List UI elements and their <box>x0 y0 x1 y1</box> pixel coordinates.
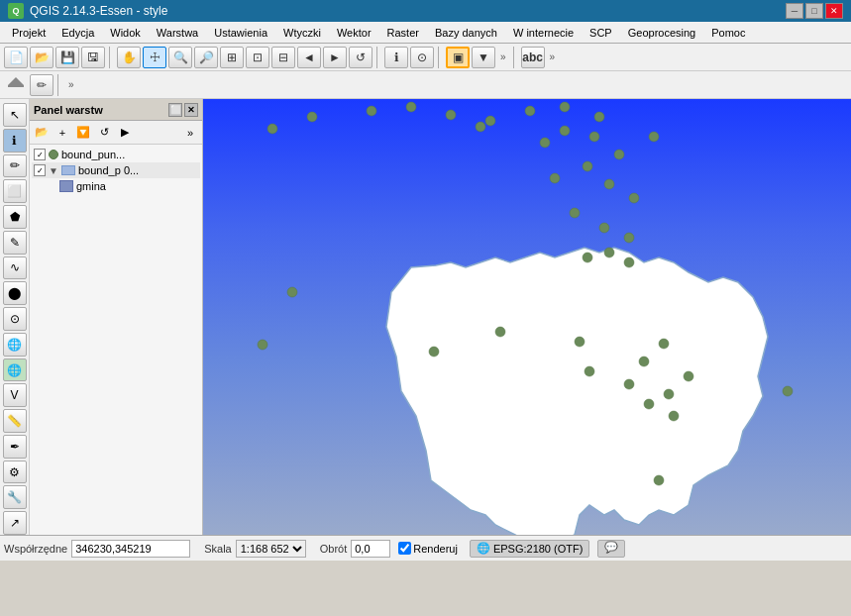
menu-warstwa[interactable]: Warstwa <box>149 25 206 41</box>
menu-scp[interactable]: SCP <box>582 25 620 41</box>
lt-line[interactable]: ✎ <box>3 231 27 255</box>
tb-refresh[interactable]: ↺ <box>349 47 372 68</box>
skala-select[interactable]: 1:168 652 <box>236 540 306 558</box>
render-checkbox[interactable] <box>398 542 411 555</box>
pt-refresh[interactable]: ↺ <box>94 124 114 142</box>
tb-zoom-layer[interactable]: ⊟ <box>271 47 295 68</box>
tb-zoom-full[interactable]: ⊞ <box>220 47 244 68</box>
lt-edit[interactable]: ✏ <box>3 154 27 178</box>
maximize-button[interactable]: □ <box>805 3 823 19</box>
menu-geo[interactable]: Geoprocesing <box>620 25 704 41</box>
menu-internet[interactable]: W internecie <box>505 25 582 41</box>
svg-point-29 <box>258 340 267 350</box>
svg-point-22 <box>583 253 592 262</box>
layer-checkbox-bound-p0[interactable]: ✓ <box>34 164 46 176</box>
tb-more1[interactable]: » <box>497 51 509 62</box>
tb-zoom-in[interactable]: 🔍 <box>168 47 192 68</box>
menu-raster[interactable]: Raster <box>379 25 427 41</box>
obrot-input[interactable] <box>351 540 390 558</box>
sep4 <box>513 47 517 68</box>
lt-settings[interactable]: ⚙ <box>3 461 27 484</box>
lt-info[interactable]: ℹ <box>3 129 27 153</box>
svg-point-10 <box>594 112 604 122</box>
close-button[interactable]: ✕ <box>825 3 843 19</box>
lt-globe1[interactable]: 🌐 <box>3 333 27 357</box>
tb-zoom-fwd[interactable]: ► <box>323 47 347 68</box>
lt-arrow[interactable]: ↗ <box>3 511 27 535</box>
panel-title: Panel warstw <box>34 104 103 116</box>
tb-new[interactable]: 📄 <box>4 47 28 68</box>
svg-point-9 <box>560 102 570 112</box>
svg-point-14 <box>614 150 624 159</box>
tb-pan2[interactable]: ☩ <box>143 47 166 68</box>
svg-marker-1 <box>8 77 24 85</box>
tb-more3[interactable]: » <box>65 79 77 90</box>
layer-item-bound-pun[interactable]: ✓ bound_pun... <box>32 147 200 162</box>
tb-pencil[interactable]: ✏ <box>30 74 53 96</box>
tb-info[interactable]: ℹ <box>384 47 408 68</box>
svg-point-6 <box>446 110 456 120</box>
svg-point-40 <box>654 475 664 485</box>
svg-point-4 <box>367 106 376 116</box>
lt-curve[interactable]: ∿ <box>3 257 27 280</box>
pt-options[interactable]: ▶ <box>115 124 135 142</box>
lt-debug[interactable]: 🔧 <box>3 485 27 509</box>
svg-point-23 <box>649 132 659 142</box>
lt-globe2[interactable]: 🌐 <box>3 359 27 382</box>
pt-more[interactable]: » <box>180 124 200 142</box>
lt-select[interactable]: ↖ <box>3 103 27 127</box>
epsg-btn[interactable]: 🌐 EPSG:2180 (OTF) <box>470 540 589 558</box>
lt-point[interactable]: ⬤ <box>3 281 27 305</box>
svg-point-3 <box>307 112 317 122</box>
menu-bazy[interactable]: Bazy danych <box>427 25 505 41</box>
tb-select-rect[interactable]: ▣ <box>446 47 470 68</box>
svg-point-35 <box>624 379 634 389</box>
pt-filter[interactable]: 🔽 <box>73 124 93 142</box>
tb-save-as[interactable]: 🖫 <box>81 47 105 68</box>
tb-label[interactable]: abc <box>521 47 545 68</box>
tb-select-drop[interactable]: ▼ <box>472 47 495 68</box>
coord-input[interactable] <box>71 540 190 558</box>
tb-open[interactable]: 📂 <box>30 47 53 68</box>
map-canvas[interactable] <box>203 99 851 535</box>
toolbar-digitize: ✏ » <box>0 71 851 99</box>
render-group: Renderuj <box>398 542 458 555</box>
tb-digitize-icon <box>4 74 28 96</box>
minimize-button[interactable]: ─ <box>786 3 803 19</box>
layer-checkbox-bound-pun[interactable]: ✓ <box>34 149 46 160</box>
tb-identify[interactable]: ⊙ <box>410 47 434 68</box>
menu-widok[interactable]: Widok <box>102 25 149 41</box>
menu-wektor[interactable]: Wektor <box>329 25 379 41</box>
lt-circle[interactable]: ⊙ <box>3 307 27 331</box>
menu-projekt[interactable]: Projekt <box>4 25 53 41</box>
panel-close-btn[interactable]: ✕ <box>184 103 198 117</box>
lt-measure[interactable]: 📏 <box>3 409 27 433</box>
lt-select2[interactable]: ⬜ <box>3 179 27 203</box>
svg-point-13 <box>589 132 599 142</box>
svg-point-19 <box>570 208 580 218</box>
sublayer-item-gmina[interactable]: gmina <box>32 178 200 194</box>
lt-vector[interactable]: V <box>3 383 27 407</box>
panel-controls: ⬜ ✕ <box>168 103 198 117</box>
pt-open[interactable]: 📂 <box>32 124 52 142</box>
expand-arrow-bound-p0[interactable]: ▼ <box>49 165 58 176</box>
pt-add[interactable]: + <box>53 124 72 142</box>
layer-item-bound-p0[interactable]: ✓ ▼ bound_p 0... <box>32 162 200 178</box>
svg-point-8 <box>525 106 535 116</box>
panel-float-btn[interactable]: ⬜ <box>168 103 182 117</box>
menu-pomoc[interactable]: Pomoc <box>703 25 753 41</box>
layer-name-bound-pun: bound_pun... <box>61 149 125 160</box>
lt-annotate[interactable]: ✒ <box>3 435 27 459</box>
tb-save[interactable]: 💾 <box>55 47 79 68</box>
menu-ustawienia[interactable]: Ustawienia <box>206 25 275 41</box>
menu-edycja[interactable]: Edycja <box>53 25 102 41</box>
tb-zoom-sel[interactable]: ⊡ <box>246 47 269 68</box>
tb-zoom-back[interactable]: ◄ <box>297 47 321 68</box>
tb-zoom-out[interactable]: 🔎 <box>194 47 218 68</box>
tb-more2[interactable]: » <box>547 51 559 62</box>
lt-poly[interactable]: ⬟ <box>3 205 27 229</box>
coord-label: Współrzędne <box>4 543 67 555</box>
tb-pan[interactable]: ✋ <box>117 47 141 68</box>
msg-btn[interactable]: 💬 <box>597 540 625 558</box>
menu-wtyczki[interactable]: Wtyczki <box>275 25 329 41</box>
